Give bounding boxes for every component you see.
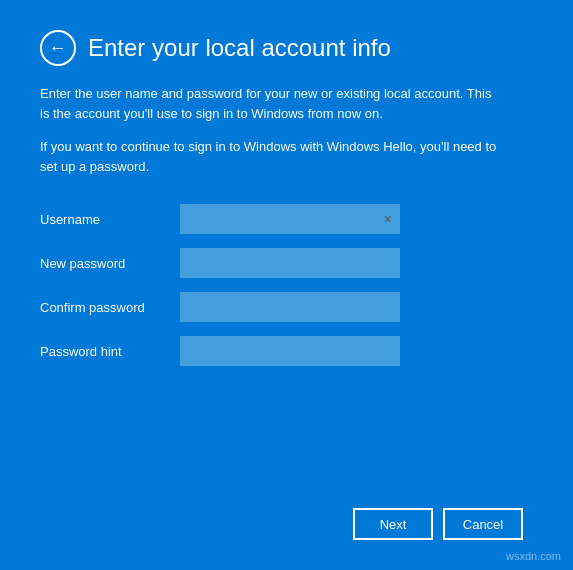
page-title: Enter your local account info	[88, 34, 391, 62]
username-input-wrapper: ×	[180, 204, 400, 234]
confirm-password-row: Confirm password	[40, 292, 533, 322]
new-password-row: New password	[40, 248, 533, 278]
username-row: Username ×	[40, 204, 533, 234]
form-section: Username × New password Confirm password…	[40, 204, 533, 380]
new-password-label: New password	[40, 256, 180, 271]
back-button[interactable]: ←	[40, 30, 76, 66]
password-hint-input[interactable]	[180, 336, 400, 366]
new-password-input[interactable]	[180, 248, 400, 278]
password-hint-label: Password hint	[40, 344, 180, 359]
footer: Next Cancel	[40, 508, 533, 540]
username-label: Username	[40, 212, 180, 227]
cancel-button[interactable]: Cancel	[443, 508, 523, 540]
watermark: wsxdn.com	[506, 550, 561, 562]
username-clear-button[interactable]: ×	[380, 210, 396, 228]
header: ← Enter your local account info	[40, 30, 533, 66]
password-hint-row: Password hint	[40, 336, 533, 366]
description-line2: If you want to continue to sign in to Wi…	[40, 137, 500, 176]
password-hint-input-wrapper	[180, 336, 400, 366]
next-button[interactable]: Next	[353, 508, 433, 540]
back-arrow-icon: ←	[49, 39, 67, 57]
confirm-password-label: Confirm password	[40, 300, 180, 315]
main-container: ← Enter your local account info Enter th…	[0, 0, 573, 570]
confirm-password-input-wrapper	[180, 292, 400, 322]
description-line1: Enter the user name and password for you…	[40, 84, 500, 123]
confirm-password-input[interactable]	[180, 292, 400, 322]
new-password-input-wrapper	[180, 248, 400, 278]
username-input[interactable]	[180, 204, 400, 234]
